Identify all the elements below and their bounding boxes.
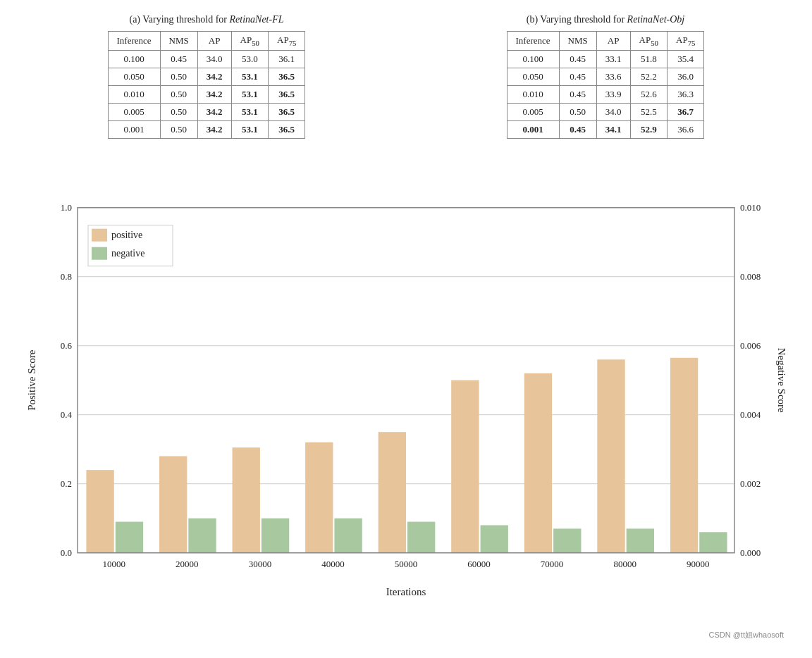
col-ap75-a: AP75 xyxy=(269,32,305,51)
svg-rect-40 xyxy=(597,359,625,552)
svg-text:90000: 90000 xyxy=(687,558,710,569)
table-row: 0.1000.4533.151.835.4 xyxy=(507,50,704,68)
col-nms-a: NMS xyxy=(160,32,197,51)
svg-text:0.8: 0.8 xyxy=(61,271,72,281)
svg-rect-19 xyxy=(86,470,113,553)
svg-text:0.0: 0.0 xyxy=(61,547,72,557)
svg-text:50000: 50000 xyxy=(395,558,418,569)
svg-text:10000: 10000 xyxy=(103,558,126,569)
svg-rect-28 xyxy=(305,442,333,552)
table-b-block: (b) Varying threshold for RetinaNet-Obj … xyxy=(420,14,791,139)
col-ap-a: AP xyxy=(197,32,231,51)
svg-text:0.4: 0.4 xyxy=(61,409,73,419)
col-ap75-b: AP75 xyxy=(668,32,704,51)
chart-wrapper: 0.00.20.40.60.81.00.0000.0020.0040.0060.… xyxy=(21,151,791,644)
svg-text:0.6: 0.6 xyxy=(61,340,73,350)
svg-rect-43 xyxy=(670,357,698,552)
svg-rect-31 xyxy=(379,432,406,553)
svg-text:60000: 60000 xyxy=(467,558,491,569)
svg-text:0.006: 0.006 xyxy=(740,340,761,350)
table-a: Inference NMS AP AP50 AP75 0.1000.4534.0… xyxy=(108,31,306,139)
svg-text:0.004: 0.004 xyxy=(740,409,761,419)
svg-text:Positive Score: Positive Score xyxy=(26,349,37,411)
svg-text:30000: 30000 xyxy=(249,558,272,569)
svg-text:80000: 80000 xyxy=(613,558,636,569)
table-row: 0.0010.5034.253.136.5 xyxy=(108,120,305,138)
svg-rect-34 xyxy=(451,380,479,552)
col-ap50-b: AP50 xyxy=(630,32,667,51)
svg-text:0.2: 0.2 xyxy=(61,478,72,488)
svg-rect-41 xyxy=(627,528,654,552)
svg-text:1.0: 1.0 xyxy=(61,201,72,212)
svg-rect-35 xyxy=(481,525,508,552)
svg-text:0.008: 0.008 xyxy=(740,271,761,281)
col-inference-b: Inference xyxy=(507,32,559,51)
svg-text:0.002: 0.002 xyxy=(740,478,761,488)
table-row: 0.1000.4534.053.036.1 xyxy=(108,50,305,68)
svg-rect-44 xyxy=(699,532,727,552)
svg-rect-23 xyxy=(188,518,216,552)
chart-section: 0.00.20.40.60.81.00.0000.0020.0040.0060.… xyxy=(21,151,791,644)
col-nms-b: NMS xyxy=(559,32,596,51)
svg-rect-37 xyxy=(524,373,552,552)
tables-section: (a) Varying threshold for RetinaNet-FL I… xyxy=(21,14,791,139)
svg-text:20000: 20000 xyxy=(176,558,199,569)
svg-rect-26 xyxy=(262,518,289,552)
col-ap-b: AP xyxy=(596,32,630,51)
svg-rect-51 xyxy=(92,228,107,241)
col-ap50-a: AP50 xyxy=(231,32,268,51)
table-row: 0.0050.5034.052.536.7 xyxy=(507,103,704,120)
svg-text:positive: positive xyxy=(111,229,142,240)
bar-chart: 0.00.20.40.60.81.00.0000.0020.0040.0060.… xyxy=(21,151,791,644)
svg-text:negative: negative xyxy=(111,247,144,258)
svg-text:0.010: 0.010 xyxy=(740,201,761,212)
svg-text:Iterations: Iterations xyxy=(386,585,426,597)
svg-text:70000: 70000 xyxy=(541,558,564,569)
table-row: 0.0100.4533.952.636.3 xyxy=(507,85,704,103)
svg-rect-20 xyxy=(116,521,143,552)
table-a-block: (a) Varying threshold for RetinaNet-FL I… xyxy=(21,14,392,139)
svg-rect-32 xyxy=(407,521,435,552)
svg-rect-25 xyxy=(233,447,260,552)
col-inference-a: Inference xyxy=(108,32,160,51)
watermark: CSDN @tt姐whaosoft xyxy=(708,630,784,640)
svg-rect-38 xyxy=(553,528,581,552)
main-container: (a) Varying threshold for RetinaNet-FL I… xyxy=(0,0,812,658)
table-b: Inference NMS AP AP50 AP75 0.1000.4533.1… xyxy=(507,31,705,139)
svg-text:40000: 40000 xyxy=(321,558,345,569)
table-row: 0.0500.4533.652.236.0 xyxy=(507,68,704,85)
table-a-title: (a) Varying threshold for RetinaNet-FL xyxy=(129,14,283,25)
table-row: 0.0500.5034.253.136.5 xyxy=(108,68,305,85)
table-row: 0.0050.5034.253.136.5 xyxy=(108,103,305,120)
table-row: 0.0010.4534.152.936.6 xyxy=(507,120,704,138)
svg-text:0.000: 0.000 xyxy=(740,547,761,557)
table-spacer xyxy=(392,14,420,139)
svg-rect-22 xyxy=(159,456,187,552)
svg-rect-53 xyxy=(92,247,107,259)
table-row: 0.0100.5034.253.136.5 xyxy=(108,85,305,103)
svg-text:Negative Score: Negative Score xyxy=(776,347,787,412)
svg-rect-29 xyxy=(334,518,362,552)
table-b-title: (b) Varying threshold for RetinaNet-Obj xyxy=(527,14,684,25)
